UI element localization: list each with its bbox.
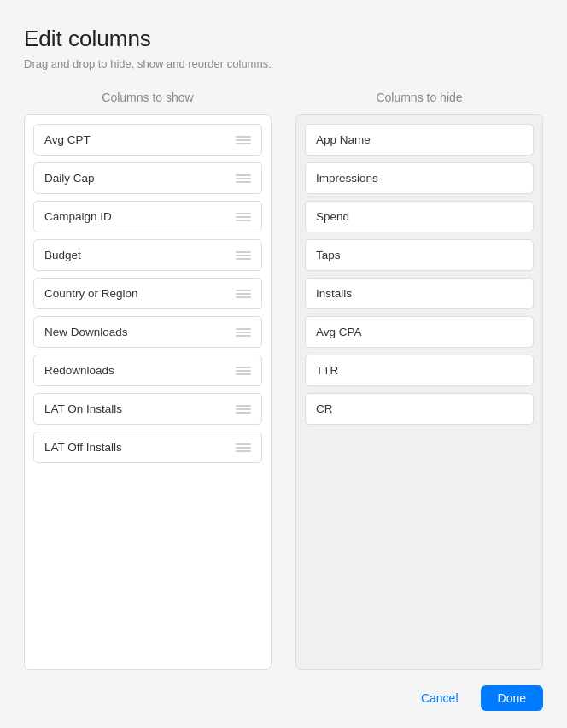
columns-to-show-header: Columns to show — [24, 91, 272, 104]
drag-handle-icon — [236, 405, 251, 414]
list-item[interactable]: Campaign ID — [33, 201, 262, 232]
list-item[interactable]: LAT Off Installs — [33, 432, 262, 463]
drag-handle-icon — [236, 136, 251, 144]
column-item-label: Avg CPA — [316, 326, 362, 338]
drag-handle-icon — [236, 213, 251, 221]
list-item[interactable]: LAT On Installs — [33, 393, 262, 425]
page-title: Edit columns — [24, 26, 543, 52]
page-container: Edit columns Drag and drop to hide, show… — [0, 0, 567, 728]
list-item[interactable]: Impressions — [305, 162, 534, 194]
list-item[interactable]: Country or Region — [33, 278, 262, 309]
columns-to-hide-header: Columns to hide — [295, 91, 543, 104]
column-item-label: Taps — [316, 249, 341, 261]
columns-to-show-section: Columns to show Avg CPTDaily CapCampaign… — [24, 91, 272, 670]
columns-to-show-list: Avg CPTDaily CapCampaign IDBudgetCountry… — [24, 114, 272, 670]
list-item[interactable]: Redownloads — [33, 355, 262, 386]
column-item-label: LAT Off Installs — [44, 441, 122, 454]
column-item-label: Budget — [44, 249, 81, 261]
list-item[interactable]: TTR — [305, 355, 534, 386]
list-item[interactable]: Installs — [305, 278, 534, 309]
drag-handle-icon — [236, 443, 251, 452]
list-item[interactable]: CR — [305, 393, 534, 425]
list-item[interactable]: Taps — [305, 239, 534, 271]
drag-handle-icon — [236, 174, 251, 183]
column-item-label: Redownloads — [44, 364, 114, 377]
list-item[interactable]: Budget — [33, 239, 262, 271]
column-item-label: Daily Cap — [44, 172, 95, 185]
page-subtitle: Drag and drop to hide, show and reorder … — [24, 57, 543, 70]
columns-area: Columns to show Avg CPTDaily CapCampaign… — [24, 91, 543, 670]
columns-to-hide-section: Columns to hide App NameImpressionsSpend… — [295, 91, 543, 670]
list-item[interactable]: Spend — [305, 201, 534, 232]
list-item[interactable]: New Downloads — [33, 316, 262, 348]
column-item-label: App Name — [316, 133, 371, 146]
column-item-label: CR — [316, 402, 333, 415]
column-item-label: TTR — [316, 364, 338, 377]
column-item-label: Avg CPT — [44, 133, 91, 146]
list-item[interactable]: Avg CPT — [33, 124, 262, 156]
cancel-button[interactable]: Cancel — [412, 686, 467, 710]
columns-to-hide-list: App NameImpressionsSpendTapsInstallsAvg … — [295, 114, 543, 670]
list-item[interactable]: Avg CPA — [305, 316, 534, 348]
confirm-button[interactable]: Done — [481, 685, 543, 711]
column-item-label: Campaign ID — [44, 210, 112, 223]
drag-handle-icon — [236, 367, 251, 375]
footer-area: Cancel Done — [24, 670, 543, 711]
column-item-label: Spend — [316, 210, 349, 223]
drag-handle-icon — [236, 290, 251, 298]
column-item-label: Country or Region — [44, 287, 138, 300]
column-item-label: Installs — [316, 287, 352, 300]
drag-handle-icon — [236, 251, 251, 260]
drag-handle-icon — [236, 328, 251, 337]
list-item[interactable]: Daily Cap — [33, 162, 262, 194]
column-item-label: LAT On Installs — [44, 402, 122, 415]
column-item-label: Impressions — [316, 172, 378, 185]
column-item-label: New Downloads — [44, 326, 128, 338]
list-item[interactable]: App Name — [305, 124, 534, 156]
